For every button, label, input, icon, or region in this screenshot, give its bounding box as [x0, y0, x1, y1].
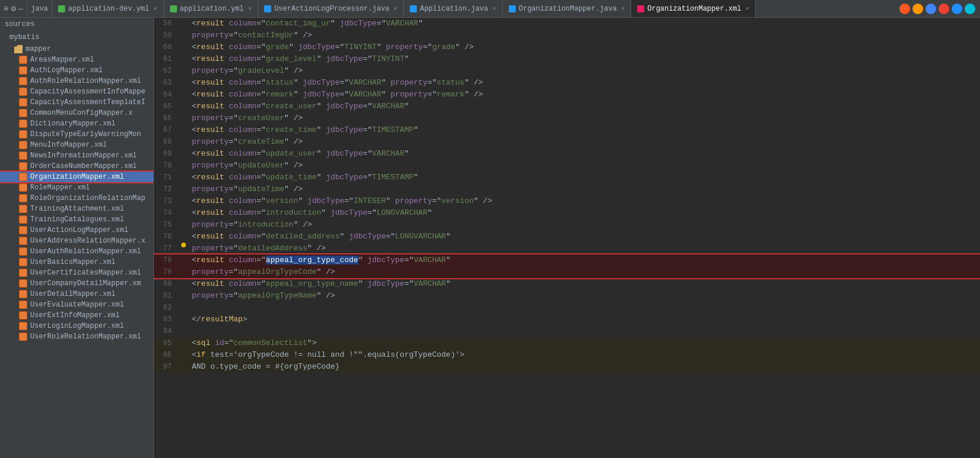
- sidebar-item-DictionaryMapper-xml[interactable]: DictionaryMapper.xml: [0, 118, 153, 129]
- sidebar-item-NewsInformationMapper-xml[interactable]: NewsInformationMapper.xml: [0, 150, 153, 161]
- tab-label: UserActionLogProcessor.java: [274, 5, 389, 13]
- line-number: 86: [154, 349, 178, 361]
- tab-close-button[interactable]: ×: [746, 5, 750, 12]
- file-label: UserEvaluateMapper.xml: [30, 301, 124, 309]
- tab-close-button[interactable]: ×: [394, 5, 398, 12]
- sidebar-item-TrainingAttachment-xml[interactable]: TrainingAttachment.xml: [0, 204, 153, 214]
- line-content: property="detailedAddress" />: [189, 243, 980, 254]
- line-number: 78: [154, 254, 178, 266]
- line-content: <result column="status" jdbcType="VARCHA…: [189, 77, 980, 89]
- xml-file-icon: [19, 194, 27, 202]
- tab-close-button[interactable]: ×: [492, 5, 496, 12]
- code-line-66: 66property="createUser" />: [154, 112, 980, 124]
- tab-label: OrganizationMapper.java: [519, 5, 617, 13]
- code-line-65: 65<result column="create_user" jdbcType=…: [154, 101, 980, 112]
- sidebar-item-CommonMenuConfigMapper-x[interactable]: CommonMenuConfigMapper.x: [0, 108, 153, 118]
- code-line-61: 61<result column="grade_level" jdbcType=…: [154, 53, 980, 65]
- line-number: 83: [154, 314, 178, 325]
- tab-close-button[interactable]: ×: [153, 5, 158, 12]
- minimize-icon[interactable]: —: [18, 4, 23, 14]
- sidebar-folder-mapper[interactable]: mapper: [0, 44, 153, 54]
- browser-icon-3[interactable]: [939, 4, 949, 14]
- tab-close-button[interactable]: ×: [621, 5, 625, 12]
- sidebar-item-UserLoginLogMapper-xml[interactable]: UserLoginLogMapper.xml: [0, 321, 153, 331]
- line-content: <result column="grade_level" jdbcType="T…: [189, 53, 980, 65]
- code-line-86: 86<if test='orgTypeCode != null and !"".…: [154, 349, 980, 361]
- sidebar-item-CapacityAssessmentInfoMappe[interactable]: CapacityAssessmentInfoMappe: [0, 86, 153, 97]
- settings-icon[interactable]: ⚙: [11, 4, 15, 14]
- file-label: UserActionLogMapper.xml: [30, 226, 128, 234]
- file-label: TrainingAttachment.xml: [30, 205, 124, 213]
- sidebar-item-RoleOrganizationRelationMap[interactable]: RoleOrganizationRelationMap: [0, 193, 153, 204]
- sidebar-item-UserCertificatesMapper-xml[interactable]: UserCertificatesMapper.xml: [0, 267, 153, 278]
- browser-icon-4[interactable]: [952, 4, 962, 14]
- tab-file-icon: [264, 5, 271, 12]
- line-content: <result column="update_time" jdbcType="T…: [189, 172, 980, 183]
- sidebar-item-OrderCaseNumberMapper-xml[interactable]: OrderCaseNumberMapper.xml: [0, 161, 153, 172]
- tab-close-button[interactable]: ×: [248, 5, 252, 12]
- sidebar-item-CapacityAssessmentTemplateI[interactable]: CapacityAssessmentTemplateI: [0, 97, 153, 108]
- tab-application-java[interactable]: Application.java×: [404, 0, 503, 17]
- xml-file-icon: [19, 226, 27, 234]
- sidebar-item-AuthRoleRelationMapper-xml[interactable]: AuthRoleRelationMapper.xml: [0, 76, 153, 86]
- line-content: <result column="create_time" jdbcType="T…: [189, 124, 980, 136]
- tab-org-mapper-java[interactable]: OrganizationMapper.java×: [503, 0, 631, 17]
- sidebar-item-UserEvaluateMapper-xml[interactable]: UserEvaluateMapper.xml: [0, 299, 153, 310]
- tab-app-dev[interactable]: application-dev.yml×: [52, 0, 163, 17]
- sidebar-item-OrganizationMapper-xml[interactable]: OrganizationMapper.xml: [0, 172, 153, 182]
- line-content: property="introduction" />: [189, 219, 980, 231]
- browser-icon-1[interactable]: [912, 4, 923, 14]
- file-label: CapacityAssessmentTemplateI: [30, 98, 145, 107]
- code-line-81: 81property="appealOrgTypeName" />: [154, 290, 980, 302]
- sidebar-item-AreasMapper-xml[interactable]: AreasMapper.xml: [0, 54, 153, 65]
- tab-app-yml[interactable]: application.yml×: [164, 0, 259, 17]
- line-content: <result column="grade" jdbcType="TINYINT…: [189, 41, 980, 53]
- tab-user-action[interactable]: UserActionLogProcessor.java×: [258, 0, 404, 17]
- xml-file-icon: [19, 333, 27, 341]
- sidebar-item-TrainingCatalogues-xml[interactable]: TrainingCatalogues.xml: [0, 214, 153, 225]
- sidebar-item-RoleMapper-xml[interactable]: RoleMapper.xml: [0, 182, 153, 193]
- xml-file-icon: [19, 247, 27, 256]
- sidebar-item-DisputeTypeEarlyWarningMon[interactable]: DisputeTypeEarlyWarningMon: [0, 129, 153, 140]
- xml-file-icon: [19, 183, 27, 192]
- sidebar-item-UserDetailMapper-xml[interactable]: UserDetailMapper.xml: [0, 289, 153, 299]
- line-number: 71: [154, 172, 178, 183]
- browser-icon-2[interactable]: [926, 4, 936, 14]
- xml-file-icon: [19, 173, 27, 181]
- xml-file-icon: [19, 151, 27, 160]
- file-label: CommonMenuConfigMapper.x: [30, 109, 133, 117]
- xml-file-icon: [19, 258, 27, 266]
- line-number: 84: [154, 325, 178, 337]
- xml-file-icon: [19, 141, 27, 149]
- folder-label: mapper: [25, 45, 51, 53]
- tab-org-mapper-xml[interactable]: OrganizationMapper.xml×: [631, 0, 756, 17]
- sidebar-item-UserAuthRelationMapper-xml[interactable]: UserAuthRelationMapper.xml: [0, 246, 153, 257]
- sidebar-item-UserExtInfoMapper-xml[interactable]: UserExtInfoMapper.xml: [0, 310, 153, 321]
- line-number: 68: [154, 136, 178, 148]
- sidebar-item-AuthLogMapper-xml[interactable]: AuthLogMapper.xml: [0, 65, 153, 76]
- file-label: DisputeTypeEarlyWarningMon: [30, 130, 141, 138]
- xml-file-icon: [19, 130, 27, 138]
- sidebar-item-UserBasicsMapper-xml[interactable]: UserBasicsMapper.xml: [0, 257, 153, 267]
- line-number: 60: [154, 41, 178, 53]
- code-line-77: 77property="detailedAddress" />: [154, 243, 980, 254]
- code-line-58: 58<result column="contact_img_ur" jdbcTy…: [154, 18, 980, 30]
- sidebar-item-UserRoleRelationMapper-xml[interactable]: UserRoleRelationMapper.xml: [0, 331, 153, 342]
- browser-icons: [895, 4, 980, 14]
- menu-icon[interactable]: ≡: [4, 4, 8, 14]
- xml-file-icon: [19, 237, 27, 245]
- sidebar-item-UserActionLogMapper-xml[interactable]: UserActionLogMapper.xml: [0, 225, 153, 236]
- code-line-78: 78<result column="appeal_org_type_code" …: [154, 254, 980, 266]
- sidebar-item-UserCompanyDetailMapper-xm[interactable]: UserCompanyDetailMapper.xm: [0, 278, 153, 289]
- code-line-80: 80<result column="appeal_org_type_name" …: [154, 278, 980, 290]
- browser-icon-5[interactable]: [965, 4, 975, 14]
- sidebar-item-MenuInfoMapper-xml[interactable]: MenuInfoMapper.xml: [0, 140, 153, 150]
- sidebar-item-UserAddressRelationMapper-x[interactable]: UserAddressRelationMapper.x: [0, 236, 153, 246]
- file-label: UserCompanyDetailMapper.xm: [30, 279, 141, 288]
- code-line-79: 79property="appealOrgTypeCode" />: [154, 266, 980, 278]
- xml-file-icon: [19, 98, 27, 107]
- line-number: 85: [154, 337, 178, 349]
- browser-icon-0[interactable]: [899, 4, 910, 14]
- line-number: 67: [154, 124, 178, 136]
- line-content: <result column="version" jdbcType="INTEG…: [189, 195, 980, 207]
